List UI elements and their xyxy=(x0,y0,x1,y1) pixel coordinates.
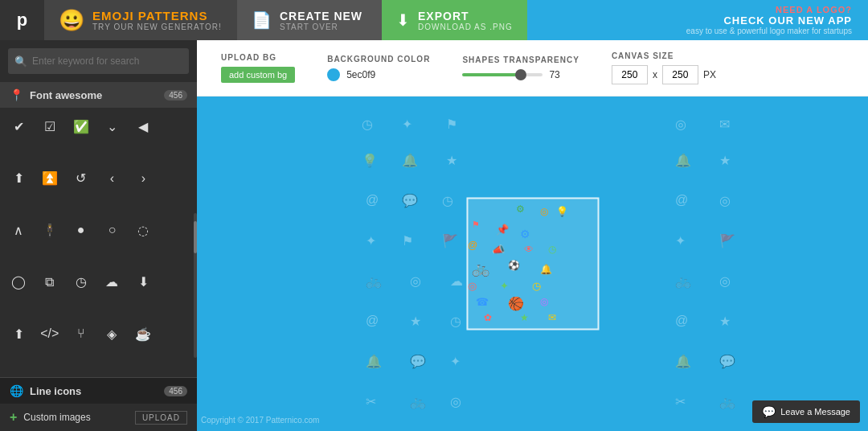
plus-icon: + xyxy=(10,410,17,425)
globe-icon: 🌐 xyxy=(10,384,23,397)
icon-chevron-right[interactable]: › xyxy=(131,166,155,191)
icon-chevron-circle-left[interactable]: ◀ xyxy=(131,114,155,138)
canvas-icon-14: ◎ xyxy=(468,280,477,292)
transparency-value: 73 xyxy=(549,69,559,80)
export-btn[interactable]: ⬇ EXPORT DOWNLOAD AS .PNG xyxy=(382,0,527,40)
canvas-icon-3: 💡 xyxy=(556,206,568,217)
logo-promo: NEED A LOGO? CHECK OUR NEW APP easy to u… xyxy=(686,5,852,35)
navbar-logo[interactable]: p xyxy=(0,0,44,40)
canvas-icon-13: 🔔 xyxy=(540,264,552,275)
font-awesome-label: Font awesome xyxy=(30,89,158,101)
icons-grid: ✔ ☑ ✅ ⌄ ◀ ⬆ ⏫ ↺ ‹ › ∧ 🕴 ● ○ ◌ ◯ ⧉ ◷ ☁ ⬇ … xyxy=(0,108,197,377)
bg-color-group: BACKGROUND COLOR 5ec0f9 xyxy=(327,55,430,81)
canvas-box[interactable]: ⚙ ◎ 💡 ⚑ 📌 ⚙ @ 📣 👁 ◷ 🚲 ⚽ 🔔 ◎ ✦ ◷ ☎ 🏀 ◎ ✿ … xyxy=(466,198,599,330)
canvas-size-label: CANVAS SIZE xyxy=(612,51,716,60)
icon-spacer4 xyxy=(162,270,186,294)
icon-circle-outline[interactable]: ○ xyxy=(100,218,124,242)
icon-check-box[interactable]: ✅ xyxy=(69,114,93,138)
canvas-icon-10: ◷ xyxy=(548,244,556,255)
bg-color-swatch[interactable] xyxy=(327,68,340,81)
create-new-icon: 📄 xyxy=(252,10,272,30)
icon-cloud-upload[interactable]: ⬆ xyxy=(6,322,31,346)
canvas-width-input[interactable] xyxy=(612,65,648,84)
canvas-icon-4: ⚑ xyxy=(472,220,480,230)
category-font-awesome[interactable]: 📍 Font awesome 456 xyxy=(0,82,197,108)
chat-label: Leave a Message xyxy=(780,407,850,417)
export-icon: ⬇ xyxy=(396,10,410,30)
icon-chevron-down[interactable]: ⌄ xyxy=(100,114,124,138)
emoji-patterns-title: EMOJI PATTERNS xyxy=(92,9,222,23)
panel-bottom: 🌐 Line icons 456 + Custom images UPLOAD xyxy=(0,377,197,431)
icon-code-fork[interactable]: ⑂ xyxy=(69,322,93,346)
line-icons-count: 456 xyxy=(164,386,187,396)
icon-circle-notch[interactable]: ◌ xyxy=(131,218,155,242)
icon-chevron-left[interactable]: ‹ xyxy=(100,166,124,191)
canvas-icon-15: ✦ xyxy=(500,280,509,292)
emoji-patterns-btn[interactable]: 😀 EMOJI PATTERNS TRY OUR NEW GENERATOR! xyxy=(44,0,237,40)
promo-easy: easy to use & powerful logo maker for st… xyxy=(686,27,852,35)
icon-code[interactable]: </> xyxy=(38,322,62,346)
chat-icon: 💬 xyxy=(762,405,776,418)
panel-scrollbar[interactable] xyxy=(194,213,197,358)
icon-refresh[interactable]: ↺ xyxy=(69,166,93,191)
export-text: EXPORT DOWNLOAD AS .PNG xyxy=(418,10,513,31)
canvas-icon-21: ★ xyxy=(520,312,529,323)
icon-clone[interactable]: ⧉ xyxy=(38,270,62,294)
create-new-text: CREATE NEW START OVER xyxy=(280,10,362,31)
bg-color-control: 5ec0f9 xyxy=(327,68,430,81)
canvas-unit: PX xyxy=(703,69,716,80)
upload-bg-label: UPLOAD BG xyxy=(221,53,295,62)
canvas-icon-6: ⚙ xyxy=(520,228,530,240)
icon-cloud-download[interactable]: ⬇ xyxy=(131,270,155,294)
bg-color-label: BACKGROUND COLOR xyxy=(327,55,430,64)
transparency-group: SHAPES TRANSPARENCY 73 xyxy=(462,55,579,80)
canvas-x-separator: x xyxy=(653,69,657,80)
canvas-size-group: CANVAS SIZE x PX xyxy=(612,51,716,84)
panel-scrollbar-thumb xyxy=(194,221,197,253)
icon-clock[interactable]: ◷ xyxy=(69,270,93,294)
transparency-slider[interactable] xyxy=(462,73,542,76)
icon-circle-solid[interactable]: ● xyxy=(69,218,93,242)
export-title: EXPORT xyxy=(418,10,513,23)
create-new-btn[interactable]: 📄 CREATE NEW START OVER xyxy=(237,0,382,40)
canvas-height-input[interactable] xyxy=(662,65,698,84)
icon-spacer3 xyxy=(162,218,186,242)
emoji-patterns-text: EMOJI PATTERNS TRY OUR NEW GENERATOR! xyxy=(92,9,222,31)
icon-codepen[interactable]: ◈ xyxy=(100,322,124,346)
create-new-subtitle: START OVER xyxy=(280,23,362,31)
category-custom-images[interactable]: + Custom images UPLOAD xyxy=(0,404,197,431)
chat-widget[interactable]: 💬 Leave a Message xyxy=(752,400,860,423)
icon-arrow-up-circle[interactable]: ⏫ xyxy=(38,166,62,191)
logo-letter: p xyxy=(17,10,27,31)
navbar: p 😀 EMOJI PATTERNS TRY OUR NEW GENERATOR… xyxy=(0,0,868,40)
category-line-icons[interactable]: 🌐 Line icons 456 xyxy=(0,378,197,404)
font-awesome-count: 456 xyxy=(164,90,187,101)
options-bar: UPLOAD BG add custom bg BACKGROUND COLOR… xyxy=(197,40,868,96)
transparency-control: 73 xyxy=(462,69,579,80)
transparency-label: SHAPES TRANSPARENCY xyxy=(462,55,579,64)
canvas-size-control: x PX xyxy=(612,65,716,84)
icon-cloud[interactable]: ☁ xyxy=(100,270,124,294)
add-custom-bg-button[interactable]: add custom bg xyxy=(221,67,295,83)
footer-copyright: Copyright © 2017 Patternico.com xyxy=(201,416,319,425)
promo-check: CHECK OUR NEW APP xyxy=(686,14,852,27)
upload-button[interactable]: UPLOAD xyxy=(135,411,187,425)
icon-coffee[interactable]: ☕ xyxy=(131,322,155,346)
canvas-icon-5: 📌 xyxy=(496,224,509,236)
icon-check-square[interactable]: ☑ xyxy=(38,114,62,138)
icon-arrow-up[interactable]: ⬆ xyxy=(6,166,31,191)
canvas-icon-18: 🏀 xyxy=(508,296,524,311)
canvas-icon-17: ☎ xyxy=(476,296,489,308)
left-panel: 🔍 📍 Font awesome 456 ✔ ☑ ✅ ⌄ ◀ ⬆ ⏫ ↺ ‹ ›… xyxy=(0,0,197,431)
search-input[interactable] xyxy=(8,48,189,74)
navbar-right: NEED A LOGO? CHECK OUR NEW APP easy to u… xyxy=(527,0,868,40)
canvas-icon-20: ✿ xyxy=(484,312,492,323)
canvas-icon-8: 📣 xyxy=(492,244,505,256)
icon-scroll xyxy=(162,114,186,138)
icon-circle-thin[interactable]: ◯ xyxy=(6,270,31,294)
canvas-area[interactable]: ⚙ ◎ 💡 ⚑ 📌 ⚙ @ 📣 👁 ◷ 🚲 ⚽ 🔔 ◎ ✦ ◷ ☎ 🏀 ◎ ✿ … xyxy=(197,96,868,431)
canvas-icon-22: ✉ xyxy=(548,312,556,323)
icon-caret-up[interactable]: ∧ xyxy=(6,218,31,242)
icon-person[interactable]: 🕴 xyxy=(38,218,62,242)
icon-check-circle[interactable]: ✔ xyxy=(6,114,31,138)
